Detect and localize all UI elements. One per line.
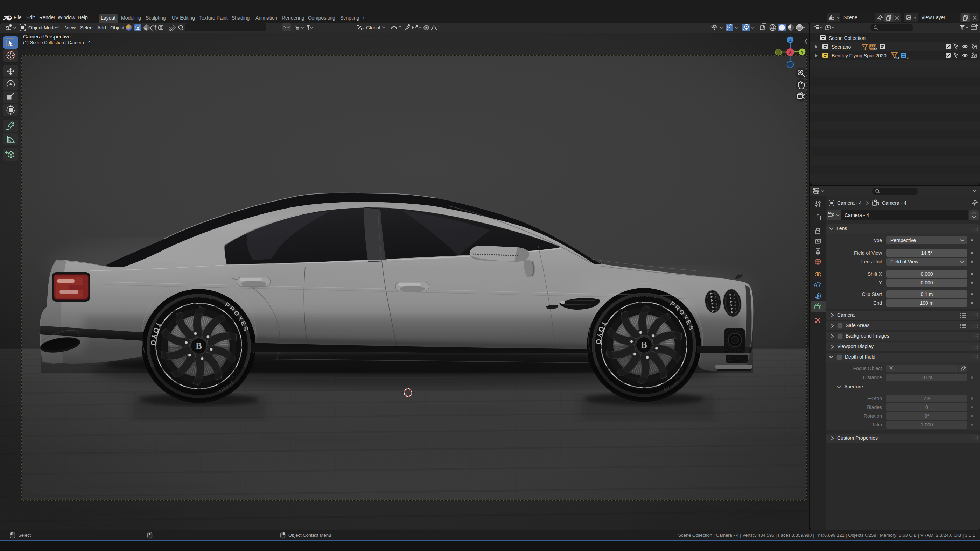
svg-text:13: 13 [874,48,877,51]
svg-text:244: 244 [894,57,899,60]
svg-text:Z: Z [789,38,792,42]
svg-text:Y: Y [801,50,803,54]
svg-text:X: X [789,50,792,55]
svg-text:4: 4 [907,57,908,60]
